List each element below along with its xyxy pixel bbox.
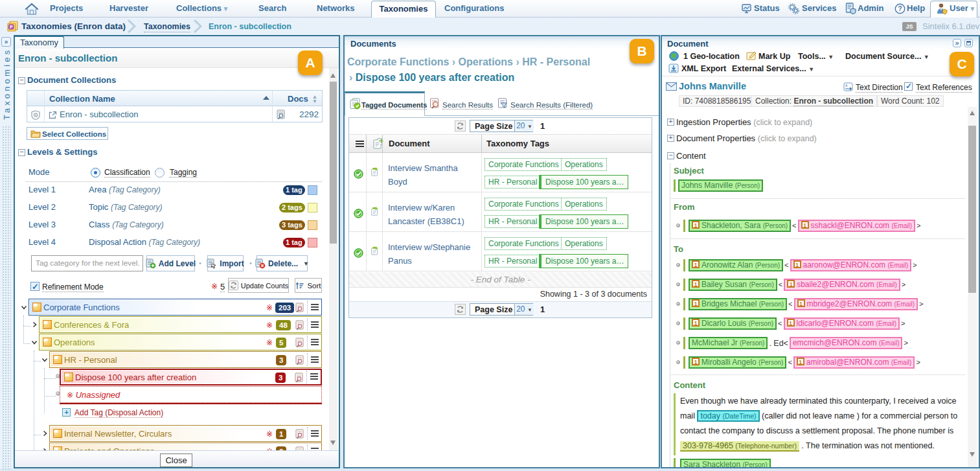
svg-text:?: ? (898, 5, 902, 12)
svg-text:P: P (10, 25, 13, 29)
